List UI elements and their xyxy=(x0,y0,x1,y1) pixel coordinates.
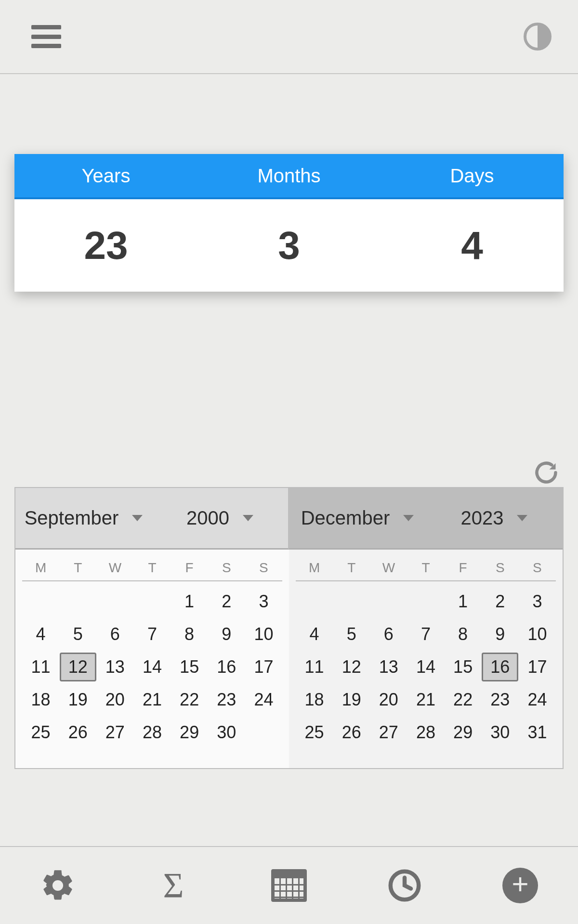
chevron-down-icon xyxy=(243,515,253,521)
end-day-22[interactable]: 22 xyxy=(445,683,482,716)
start-day-1[interactable]: 1 xyxy=(171,585,208,618)
start-day-6[interactable]: 6 xyxy=(96,618,133,651)
dow-label: W xyxy=(96,560,133,576)
start-day-21[interactable]: 21 xyxy=(133,683,171,716)
calendar-end: December 2023 MTWTFSS 123456789101112131… xyxy=(289,488,563,768)
start-day-29[interactable]: 29 xyxy=(171,716,208,749)
result-card: Years Months Days 23 3 4 xyxy=(14,154,564,292)
chevron-down-icon xyxy=(132,515,143,521)
end-day-15[interactable]: 15 xyxy=(445,651,482,683)
calendar-button[interactable] xyxy=(231,869,347,902)
day-blank xyxy=(370,585,407,618)
end-day-29[interactable]: 29 xyxy=(445,716,482,749)
end-day-6[interactable]: 6 xyxy=(370,618,407,651)
end-day-10[interactable]: 10 xyxy=(519,618,556,651)
start-day-16[interactable]: 16 xyxy=(208,651,245,683)
dow-label: T xyxy=(333,560,370,576)
start-day-4[interactable]: 4 xyxy=(22,618,59,651)
clock-button[interactable] xyxy=(347,867,462,904)
end-day-19[interactable]: 19 xyxy=(333,683,370,716)
start-day-17[interactable]: 17 xyxy=(245,651,282,683)
day-blank xyxy=(59,585,96,618)
day-blank xyxy=(96,585,133,618)
refresh-icon[interactable] xyxy=(534,460,559,485)
end-day-13[interactable]: 13 xyxy=(370,651,407,683)
dow-label: S xyxy=(519,560,556,576)
day-blank xyxy=(22,585,59,618)
end-day-27[interactable]: 27 xyxy=(370,716,407,749)
end-day-24[interactable]: 24 xyxy=(519,683,556,716)
calendar-pair: September 2000 MTWTFSS 12345678910111213… xyxy=(14,487,564,769)
end-day-21[interactable]: 21 xyxy=(407,683,444,716)
start-day-30[interactable]: 30 xyxy=(208,716,245,749)
add-button[interactable]: + xyxy=(462,868,578,903)
end-day-1[interactable]: 1 xyxy=(445,585,482,618)
end-day-4[interactable]: 4 xyxy=(296,618,333,651)
end-month-label: December xyxy=(301,507,390,529)
dow-label: S xyxy=(245,560,282,576)
start-day-5[interactable]: 5 xyxy=(59,618,96,651)
end-day-9[interactable]: 9 xyxy=(482,618,519,651)
end-month-select[interactable]: December xyxy=(289,507,426,529)
start-day-27[interactable]: 27 xyxy=(96,716,133,749)
end-day-5[interactable]: 5 xyxy=(333,618,370,651)
sum-button[interactable]: Σ xyxy=(116,865,231,906)
start-day-15[interactable]: 15 xyxy=(171,651,208,683)
dow-label: W xyxy=(370,560,407,576)
start-year-label: 2000 xyxy=(186,507,229,529)
start-day-13[interactable]: 13 xyxy=(96,651,133,683)
dow-label: F xyxy=(445,560,482,576)
start-day-12[interactable]: 12 xyxy=(60,653,96,681)
start-day-7[interactable]: 7 xyxy=(133,618,171,651)
dow-label: T xyxy=(407,560,444,576)
end-day-17[interactable]: 17 xyxy=(519,651,556,683)
result-value-months: 3 xyxy=(197,223,381,268)
hamburger-menu-icon[interactable] xyxy=(31,25,61,48)
end-day-3[interactable]: 3 xyxy=(519,585,556,618)
chevron-down-icon xyxy=(517,515,527,521)
start-day-23[interactable]: 23 xyxy=(208,683,245,716)
start-day-22[interactable]: 22 xyxy=(171,683,208,716)
start-day-24[interactable]: 24 xyxy=(245,683,282,716)
start-day-11[interactable]: 11 xyxy=(22,651,59,683)
start-day-18[interactable]: 18 xyxy=(22,683,59,716)
end-year-select[interactable]: 2023 xyxy=(426,507,563,529)
end-day-23[interactable]: 23 xyxy=(482,683,519,716)
end-day-20[interactable]: 20 xyxy=(370,683,407,716)
end-day-8[interactable]: 8 xyxy=(445,618,482,651)
theme-toggle-icon[interactable] xyxy=(524,23,552,51)
end-day-18[interactable]: 18 xyxy=(296,683,333,716)
end-day-25[interactable]: 25 xyxy=(296,716,333,749)
dow-label: M xyxy=(22,560,59,576)
end-day-11[interactable]: 11 xyxy=(296,651,333,683)
result-value-years: 23 xyxy=(14,223,197,268)
start-day-10[interactable]: 10 xyxy=(245,618,282,651)
result-header-years: Years xyxy=(14,165,197,187)
start-day-3[interactable]: 3 xyxy=(245,585,282,618)
settings-button[interactable] xyxy=(0,867,116,904)
start-day-20[interactable]: 20 xyxy=(96,683,133,716)
end-day-31[interactable]: 31 xyxy=(519,716,556,749)
result-header-days: Days xyxy=(381,165,564,187)
end-day-30[interactable]: 30 xyxy=(482,716,519,749)
result-header-months: Months xyxy=(197,165,381,187)
end-day-14[interactable]: 14 xyxy=(407,651,444,683)
day-blank xyxy=(133,585,171,618)
end-day-7[interactable]: 7 xyxy=(407,618,444,651)
start-month-select[interactable]: September xyxy=(15,507,152,529)
end-day-2[interactable]: 2 xyxy=(482,585,519,618)
end-day-12[interactable]: 12 xyxy=(333,651,370,683)
start-day-2[interactable]: 2 xyxy=(208,585,245,618)
end-day-16[interactable]: 16 xyxy=(482,653,518,681)
start-day-14[interactable]: 14 xyxy=(133,651,171,683)
start-day-26[interactable]: 26 xyxy=(59,716,96,749)
start-day-28[interactable]: 28 xyxy=(133,716,171,749)
start-day-9[interactable]: 9 xyxy=(208,618,245,651)
dow-label: T xyxy=(59,560,96,576)
start-day-19[interactable]: 19 xyxy=(59,683,96,716)
end-day-26[interactable]: 26 xyxy=(333,716,370,749)
start-day-8[interactable]: 8 xyxy=(171,618,208,651)
start-day-25[interactable]: 25 xyxy=(22,716,59,749)
start-year-select[interactable]: 2000 xyxy=(152,507,288,529)
end-day-28[interactable]: 28 xyxy=(407,716,444,749)
